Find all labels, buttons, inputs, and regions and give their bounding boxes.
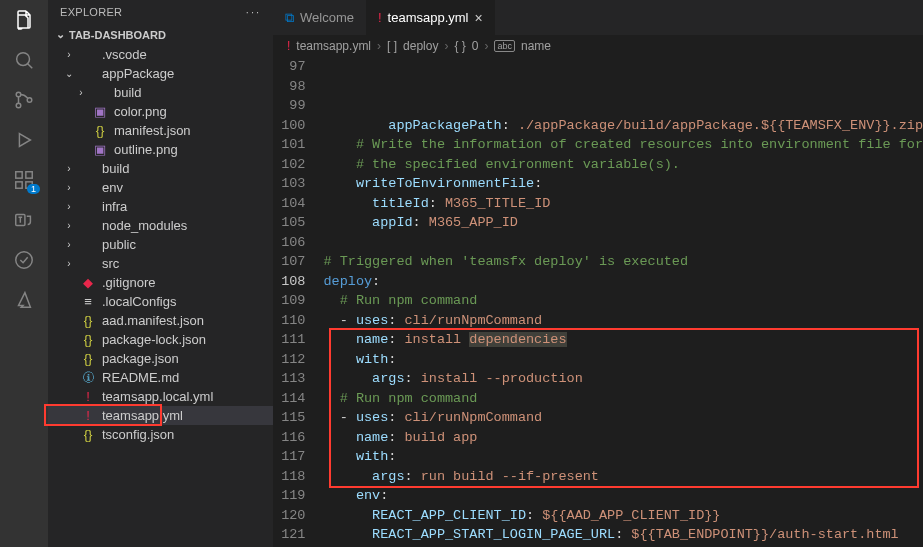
tree-item-build[interactable]: ›build xyxy=(48,83,273,102)
code-line-97[interactable]: appPackagePath: ./appPackage/build/appPa… xyxy=(323,116,923,136)
code-editor[interactable]: 9798991001011021031041051061071081091101… xyxy=(273,57,923,547)
breadcrumb[interactable]: ! teamsapp.yml › [ ] deploy › { } 0 › ab… xyxy=(273,35,923,57)
svg-point-4 xyxy=(27,98,32,103)
tree-item--gitignore[interactable]: ◆.gitignore xyxy=(48,273,273,292)
tab-file-label: teamsapp.yml xyxy=(388,10,469,25)
code-line-103[interactable] xyxy=(323,233,923,253)
chevron-right-icon: › xyxy=(377,39,381,53)
close-icon[interactable]: × xyxy=(475,10,483,26)
search-icon[interactable] xyxy=(12,48,36,72)
code-line-107[interactable]: - uses: cli/runNpmCommand xyxy=(323,311,923,331)
tree-item-public[interactable]: ›public xyxy=(48,235,273,254)
file-tree: ›.vscode⌄appPackage›build▣color.png{}man… xyxy=(48,45,273,547)
code-line-110[interactable]: args: install --production xyxy=(323,369,923,389)
tree-item-color-png[interactable]: ▣color.png xyxy=(48,102,273,121)
code-line-115[interactable]: args: run build --if-present xyxy=(323,467,923,487)
tree-item-env[interactable]: ›env xyxy=(48,178,273,197)
code-line-116[interactable]: env: xyxy=(323,486,923,506)
chevron-right-icon: › xyxy=(484,39,488,53)
breadcrumb-object-icon: { } xyxy=(454,39,465,53)
code-line-106[interactable]: # Run npm command xyxy=(323,291,923,311)
tab-welcome[interactable]: ⧉ Welcome xyxy=(273,0,366,35)
folder-header[interactable]: ⌄ TAB-DASHBOARD xyxy=(48,24,273,45)
explorer-more-icon[interactable]: ··· xyxy=(246,6,261,18)
yaml-icon: ! xyxy=(287,39,290,53)
tree-item-aad-manifest-json[interactable]: {}aad.manifest.json xyxy=(48,311,273,330)
tree-item-package-json[interactable]: {}package.json xyxy=(48,349,273,368)
tree-item-manifest-json[interactable]: {}manifest.json xyxy=(48,121,273,140)
tree-item-teamsapp-local-yml[interactable]: !teamsapp.local.yml xyxy=(48,387,273,406)
code-line-104[interactable]: # Triggered when 'teamsfx deploy' is exe… xyxy=(323,252,923,272)
azure-icon[interactable] xyxy=(12,288,36,312)
tree-item-apppackage[interactable]: ⌄appPackage xyxy=(48,64,273,83)
explorer-icon[interactable] xyxy=(12,8,36,32)
extensions-badge: 1 xyxy=(27,184,40,194)
breadcrumb-string-icon: abc xyxy=(494,40,515,52)
explorer-title: EXPLORER xyxy=(60,6,122,18)
tree-item-src[interactable]: ›src xyxy=(48,254,273,273)
run-debug-icon[interactable] xyxy=(12,128,36,152)
code-line-111[interactable]: # Run npm command xyxy=(323,389,923,409)
root-folder-label: TAB-DASHBOARD xyxy=(69,29,166,41)
tree-item-tsconfig-json[interactable]: {}tsconfig.json xyxy=(48,425,273,444)
tree-item--vscode[interactable]: ›.vscode xyxy=(48,45,273,64)
svg-rect-9 xyxy=(26,172,32,178)
extensions-icon[interactable]: 1 xyxy=(12,168,36,192)
code-line-117[interactable]: REACT_APP_CLIENT_ID: ${{AAD_APP_CLIENT_I… xyxy=(323,506,923,526)
breadcrumb-segment: 0 xyxy=(472,39,479,53)
svg-point-2 xyxy=(16,92,21,97)
code-content[interactable]: appPackagePath: ./appPackage/build/appPa… xyxy=(323,57,923,547)
chevron-down-icon: ⌄ xyxy=(56,28,65,41)
svg-point-0 xyxy=(17,53,30,66)
svg-point-3 xyxy=(16,103,21,108)
tree-item-package-lock-json[interactable]: {}package-lock.json xyxy=(48,330,273,349)
code-line-98[interactable]: # Write the information of created resou… xyxy=(323,135,923,155)
code-line-118[interactable]: REACT_APP_START_LOGIN_PAGE_URL: ${{TAB_E… xyxy=(323,525,923,545)
code-line-114[interactable]: with: xyxy=(323,447,923,467)
line-gutter: 9798991001011021031041051061071081091101… xyxy=(273,57,323,547)
testing-icon[interactable] xyxy=(12,248,36,272)
chevron-right-icon: › xyxy=(444,39,448,53)
svg-rect-6 xyxy=(16,172,22,178)
code-line-109[interactable]: with: xyxy=(323,350,923,370)
vscode-icon: ⧉ xyxy=(285,10,294,26)
explorer-sidebar: EXPLORER ··· ⌄ TAB-DASHBOARD ›.vscode⌄ap… xyxy=(48,0,273,547)
breadcrumb-segment: name xyxy=(521,39,551,53)
code-line-108[interactable]: name: install dependencies xyxy=(323,330,923,350)
svg-point-11 xyxy=(16,252,33,269)
tree-item-teamsapp-yml[interactable]: !teamsapp.yml xyxy=(48,406,273,425)
code-line-102[interactable]: appId: M365_APP_ID xyxy=(323,213,923,233)
activity-bar: 1 xyxy=(0,0,48,547)
tree-item-outline-png[interactable]: ▣outline.png xyxy=(48,140,273,159)
code-line-113[interactable]: name: build app xyxy=(323,428,923,448)
editor-tabs: ⧉ Welcome ! teamsapp.yml × xyxy=(273,0,923,35)
tab-welcome-label: Welcome xyxy=(300,10,354,25)
code-line-105[interactable]: deploy: xyxy=(323,272,923,292)
tree-item--localconfigs[interactable]: ≡.localConfigs xyxy=(48,292,273,311)
breadcrumb-array-icon: [ ] xyxy=(387,39,397,53)
code-line-100[interactable]: writeToEnvironmentFile: xyxy=(323,174,923,194)
code-line-101[interactable]: titleId: M365_TITLE_ID xyxy=(323,194,923,214)
code-line-99[interactable]: # the specified environment variable(s). xyxy=(323,155,923,175)
tree-item-readme-md[interactable]: 🛈README.md xyxy=(48,368,273,387)
teams-icon[interactable] xyxy=(12,208,36,232)
svg-line-1 xyxy=(28,64,33,69)
tree-item-infra[interactable]: ›infra xyxy=(48,197,273,216)
tree-item-node-modules[interactable]: ›node_modules xyxy=(48,216,273,235)
editor-area: ⧉ Welcome ! teamsapp.yml × ! teamsapp.ym… xyxy=(273,0,923,547)
code-line-112[interactable]: - uses: cli/runNpmCommand xyxy=(323,408,923,428)
source-control-icon[interactable] xyxy=(12,88,36,112)
tree-item-build[interactable]: ›build xyxy=(48,159,273,178)
svg-marker-5 xyxy=(19,134,30,147)
svg-rect-7 xyxy=(16,182,22,188)
breadcrumb-segment: deploy xyxy=(403,39,438,53)
tab-teamsapp[interactable]: ! teamsapp.yml × xyxy=(366,0,495,35)
breadcrumb-file: teamsapp.yml xyxy=(296,39,371,53)
yaml-icon: ! xyxy=(378,10,382,25)
